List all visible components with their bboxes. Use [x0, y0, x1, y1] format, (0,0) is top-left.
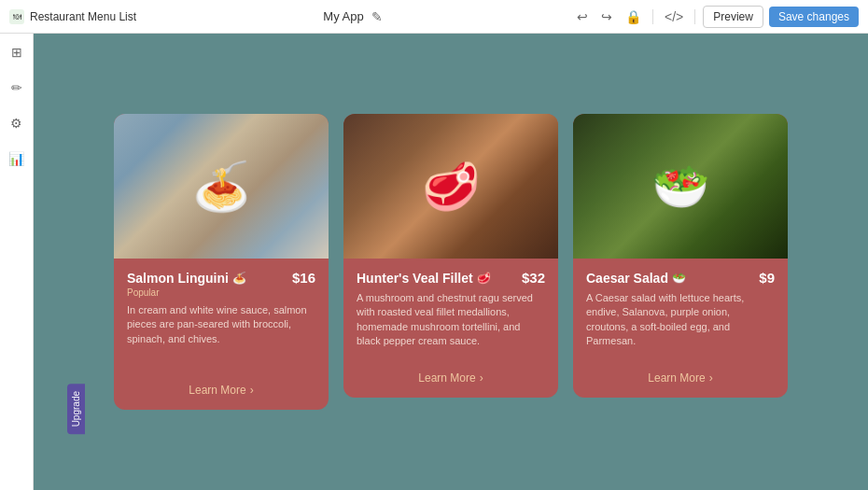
main-layout: ⊞ ✏ ⚙ 📊 Salmon Linguini 🍝 $16 Popular — [0, 34, 868, 490]
card-image-veal — [343, 114, 558, 259]
card-title-row-veal: Hunter's Veal Fillet 🥩 $32 — [357, 270, 545, 286]
card-price-salmon: $16 — [292, 270, 315, 286]
cards-container: Salmon Linguini 🍝 $16 Popular In cream a… — [114, 114, 788, 410]
card-footer-salmon: Learn More › — [127, 384, 315, 397]
divider — [652, 9, 653, 24]
center-title: My App — [323, 9, 363, 23]
topbar: 🍽 Restaurant Menu List My App ✎ ↩ ↪ 🔒 </… — [0, 0, 868, 34]
card-footer-veal: Learn More › — [357, 371, 545, 385]
lock-button[interactable]: 🔒 — [622, 7, 645, 26]
learn-more-veal[interactable]: Learn More › — [418, 371, 483, 385]
card-salmon-linguini: Salmon Linguini 🍝 $16 Popular In cream a… — [114, 114, 329, 410]
save-button[interactable]: Save changes — [769, 7, 859, 27]
card-body-veal: Hunter's Veal Fillet 🥩 $32 A mushroom an… — [343, 259, 558, 398]
card-footer-salad: Learn More › — [586, 371, 775, 385]
sidebar-grid-icon[interactable]: ⊞ — [7, 43, 26, 62]
upgrade-tab[interactable]: Upgrade — [67, 384, 85, 434]
card-body-salad: Caesar Salad 🥗 $9 A Caesar salad with le… — [573, 259, 788, 398]
card-desc-veal: A mushroom and chestnut ragu served with… — [357, 291, 545, 357]
chevron-right-icon: › — [250, 384, 254, 397]
salmon-food-icon: 🍝 — [232, 272, 246, 285]
veal-food-icon: 🥩 — [477, 272, 491, 285]
card-title-salad: Caesar Salad 🥗 — [586, 271, 686, 286]
card-price-veal: $32 — [522, 270, 545, 286]
card-desc-salad: A Caesar salad with lettuce hearts, endi… — [586, 291, 775, 357]
card-veal-fillet: Hunter's Veal Fillet 🥩 $32 A mushroom an… — [343, 114, 558, 398]
topbar-left: 🍽 Restaurant Menu List — [9, 9, 136, 24]
card-title-salmon: Salmon Linguini 🍝 — [127, 271, 246, 286]
card-image-salmon — [114, 114, 329, 259]
sidebar-chart-icon[interactable]: 📊 — [7, 149, 26, 168]
card-desc-salmon: In cream and white wine sauce, salmon pi… — [127, 303, 315, 369]
preview-button[interactable]: Preview — [703, 6, 763, 28]
sidebar-pencil-icon[interactable]: ✏ — [7, 78, 26, 97]
card-title-veal: Hunter's Veal Fillet 🥩 — [357, 271, 491, 286]
chevron-right-icon-veal: › — [480, 371, 483, 385]
divider2 — [694, 9, 695, 24]
card-badge-salmon: Popular — [127, 287, 315, 298]
canvas: Salmon Linguini 🍝 $16 Popular In cream a… — [34, 34, 868, 490]
card-title-row-salmon: Salmon Linguini 🍝 $16 — [127, 270, 315, 286]
card-body-salmon: Salmon Linguini 🍝 $16 Popular In cream a… — [114, 259, 329, 410]
card-image-salad — [573, 114, 788, 259]
learn-more-salmon[interactable]: Learn More › — [189, 384, 253, 397]
topbar-center: My App ✎ — [323, 7, 385, 26]
learn-more-salad[interactable]: Learn More › — [648, 371, 712, 385]
topbar-right: ↩ ↪ 🔒 </> Preview Save changes — [573, 6, 859, 28]
card-price-salad: $9 — [759, 270, 775, 286]
chevron-right-icon-salad: › — [709, 371, 713, 385]
edit-title-button[interactable]: ✎ — [368, 7, 386, 26]
app-title: Restaurant Menu List — [30, 10, 136, 23]
card-title-row-salad: Caesar Salad 🥗 $9 — [586, 270, 775, 286]
app-icon: 🍽 — [9, 9, 24, 24]
sidebar-settings-icon[interactable]: ⚙ — [7, 114, 26, 133]
undo-button[interactable]: ↩ — [573, 7, 592, 26]
redo-button[interactable]: ↪ — [597, 7, 616, 26]
salad-food-icon: 🥗 — [672, 272, 686, 285]
code-button[interactable]: </> — [661, 7, 687, 26]
card-caesar-salad: Caesar Salad 🥗 $9 A Caesar salad with le… — [573, 114, 788, 398]
sidebar: ⊞ ✏ ⚙ 📊 — [0, 34, 34, 490]
